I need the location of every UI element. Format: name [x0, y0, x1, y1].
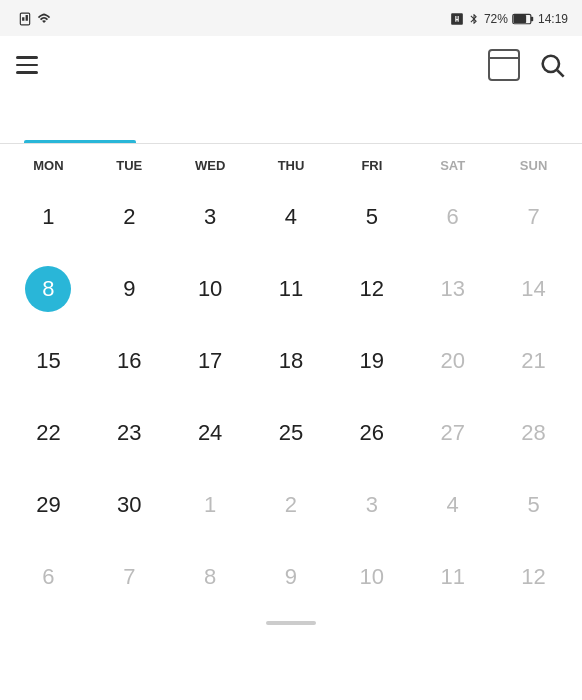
- time-text: 14:19: [538, 12, 568, 26]
- calendar-grid: 1234567891011121314151617181920212223242…: [0, 181, 582, 613]
- day-number: 27: [430, 410, 476, 456]
- bluetooth-icon: [468, 12, 480, 26]
- day-number: 3: [187, 194, 233, 240]
- header-icons: [488, 49, 566, 81]
- day-number: 9: [106, 266, 152, 312]
- day-number: 3: [349, 482, 395, 528]
- calendar-day[interactable]: 6: [8, 541, 89, 613]
- calendar-day[interactable]: 8: [170, 541, 251, 613]
- day-number: 4: [268, 194, 314, 240]
- calendar-day[interactable]: 11: [412, 541, 493, 613]
- day-number: 18: [268, 338, 314, 384]
- calendar-day[interactable]: 2: [251, 469, 332, 541]
- drag-handle: [266, 621, 316, 625]
- calendar-day[interactable]: 16: [89, 325, 170, 397]
- calendar-day[interactable]: 24: [170, 397, 251, 469]
- calendar-day[interactable]: 1: [8, 181, 89, 253]
- nfc-icon: [450, 12, 464, 26]
- calendar-day[interactable]: 6: [412, 181, 493, 253]
- day-number: 7: [106, 554, 152, 600]
- day-headers: MONTUEWEDTHUFRISATSUN: [0, 144, 582, 181]
- day-number: 16: [106, 338, 152, 384]
- calendar-today-button[interactable]: [488, 49, 520, 81]
- calendar-day[interactable]: 21: [493, 325, 574, 397]
- day-header-sat: SAT: [412, 154, 493, 177]
- calendar-day[interactable]: 12: [331, 253, 412, 325]
- day-number: 6: [25, 554, 71, 600]
- day-number: 9: [268, 554, 314, 600]
- calendar-day[interactable]: 30: [89, 469, 170, 541]
- calendar-day[interactable]: 17: [170, 325, 251, 397]
- day-header-thu: THU: [251, 154, 332, 177]
- day-number: 12: [349, 266, 395, 312]
- calendar-day[interactable]: 14: [493, 253, 574, 325]
- day-number: 10: [349, 554, 395, 600]
- calendar-day[interactable]: 3: [331, 469, 412, 541]
- day-number: 11: [430, 554, 476, 600]
- day-number: 5: [349, 194, 395, 240]
- day-number: 2: [106, 194, 152, 240]
- search-button[interactable]: [538, 51, 566, 79]
- calendar-day[interactable]: 15: [8, 325, 89, 397]
- calendar-day[interactable]: 25: [251, 397, 332, 469]
- day-number: 13: [430, 266, 476, 312]
- day-number: 30: [106, 482, 152, 528]
- day-number: 8: [25, 266, 71, 312]
- svg-rect-2: [531, 17, 533, 22]
- day-number: 6: [430, 194, 476, 240]
- calendar-day[interactable]: 9: [89, 253, 170, 325]
- menu-button[interactable]: [16, 56, 38, 74]
- calendar-day[interactable]: 29: [8, 469, 89, 541]
- calendar-day[interactable]: 11: [251, 253, 332, 325]
- calendar-icon-top: [490, 51, 518, 59]
- calendar-day[interactable]: 4: [412, 469, 493, 541]
- day-number: 26: [349, 410, 395, 456]
- calendar-day[interactable]: 26: [331, 397, 412, 469]
- calendar-day[interactable]: 23: [89, 397, 170, 469]
- calendar-day[interactable]: 27: [412, 397, 493, 469]
- calendar-day[interactable]: 1: [170, 469, 251, 541]
- calendar-day[interactable]: 3: [170, 181, 251, 253]
- calendar-day[interactable]: 12: [493, 541, 574, 613]
- calendar-day[interactable]: 13: [412, 253, 493, 325]
- day-header-wed: WED: [170, 154, 251, 177]
- calendar-day[interactable]: 4: [251, 181, 332, 253]
- tab-schedule[interactable]: [432, 94, 573, 143]
- calendar-day[interactable]: 28: [493, 397, 574, 469]
- day-number: 1: [187, 482, 233, 528]
- calendar-day[interactable]: 2: [89, 181, 170, 253]
- day-number: 11: [268, 266, 314, 312]
- calendar-day[interactable]: 10: [170, 253, 251, 325]
- tab-day[interactable]: [291, 94, 432, 143]
- battery-icon: [512, 13, 534, 25]
- day-number: 12: [511, 554, 557, 600]
- svg-line-5: [557, 70, 563, 76]
- view-tab-bar: [0, 94, 582, 144]
- status-left: [14, 12, 52, 26]
- app-header: [0, 36, 582, 94]
- calendar-day[interactable]: 20: [412, 325, 493, 397]
- calendar-day[interactable]: 5: [331, 181, 412, 253]
- tab-week[interactable]: [151, 94, 292, 143]
- calendar-day[interactable]: 22: [8, 397, 89, 469]
- calendar-day[interactable]: 5: [493, 469, 574, 541]
- day-number: 14: [511, 266, 557, 312]
- calendar-day[interactable]: 7: [89, 541, 170, 613]
- calendar-day[interactable]: 9: [251, 541, 332, 613]
- day-number: 21: [511, 338, 557, 384]
- calendar-day[interactable]: 10: [331, 541, 412, 613]
- calendar-view: MONTUEWEDTHUFRISATSUN 123456789101112131…: [0, 144, 582, 613]
- day-number: 25: [268, 410, 314, 456]
- svg-point-4: [543, 56, 559, 72]
- calendar-day[interactable]: 7: [493, 181, 574, 253]
- day-number: 2: [268, 482, 314, 528]
- wifi-icon: [36, 12, 52, 26]
- day-header-sun: SUN: [493, 154, 574, 177]
- calendar-day[interactable]: 19: [331, 325, 412, 397]
- day-number: 15: [25, 338, 71, 384]
- day-number: 28: [511, 410, 557, 456]
- calendar-day-today[interactable]: 8: [8, 253, 89, 325]
- day-number: 10: [187, 266, 233, 312]
- calendar-day[interactable]: 18: [251, 325, 332, 397]
- tab-month[interactable]: [10, 94, 151, 143]
